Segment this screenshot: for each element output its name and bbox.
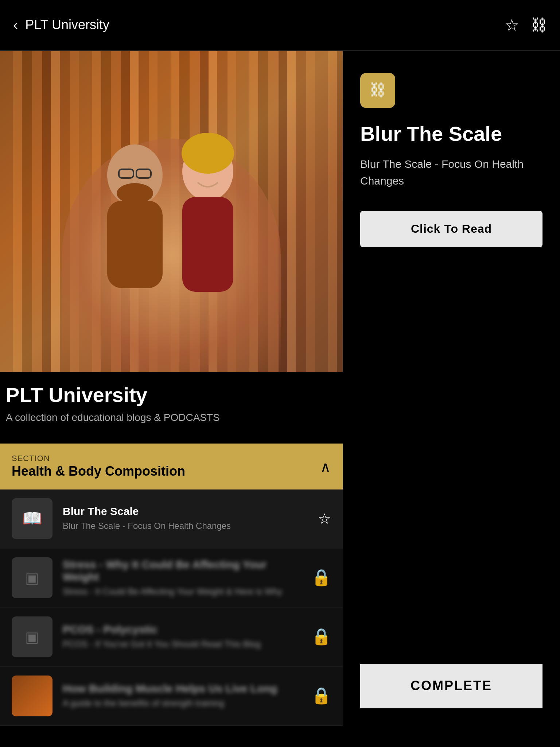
svg-point-7	[182, 133, 234, 174]
lesson-desc: Stress - It Could Be Affecting Your Weig…	[63, 585, 304, 598]
lesson-info: Stress - Why It Could Be Affecting Your …	[63, 558, 304, 598]
course-subtitle: A collection of educational blogs & PODC…	[6, 411, 337, 423]
book-icon: 📖	[22, 509, 42, 528]
back-button[interactable]: ‹	[13, 17, 18, 34]
course-title: PLT University	[6, 384, 337, 407]
link-icon: ⛓	[370, 81, 386, 100]
lesson-action[interactable]: ☆	[318, 510, 331, 527]
lesson-desc: Blur The Scale - Focus On Health Changes	[63, 520, 311, 533]
content-description: Blur The Scale - Focus On Health Changes	[360, 156, 542, 189]
lesson-thumbnail: 📖	[12, 498, 52, 539]
lesson-action: 🔒	[311, 686, 331, 705]
content-icon-box: ⛓	[360, 73, 395, 108]
video-icon: ▣	[25, 628, 39, 646]
header: ‹ PLT University ☆ ⛓	[0, 0, 560, 51]
complete-button[interactable]: COMPLETE	[360, 664, 542, 708]
content-title: Blur The Scale	[360, 123, 542, 146]
lesson-title: Blur The Scale	[63, 505, 311, 517]
main-content: PLT University A collection of education…	[0, 51, 560, 726]
lesson-info: How Building Muscle Helps Us Live Long A…	[63, 682, 304, 710]
lesson-title: PCOS - Polycystic	[63, 623, 304, 635]
lock-icon: 🔒	[311, 686, 331, 705]
lesson-thumbnail: ▣	[12, 616, 52, 657]
svg-rect-1	[107, 201, 163, 288]
lesson-thumbnail: ▣	[12, 557, 52, 598]
lesson-title: How Building Muscle Helps Us Live Long	[63, 682, 304, 694]
click-to-read-button[interactable]: Click To Read	[360, 211, 542, 247]
section-label: Section	[12, 454, 185, 462]
lesson-item: ▣ Stress - Why It Could Be Affecting You…	[0, 549, 343, 608]
lesson-info: PCOS - Polycystic PCOS - If You've Got I…	[63, 623, 304, 651]
header-right: ☆ ⛓	[505, 16, 547, 35]
lock-icon: 🔒	[311, 627, 331, 646]
lesson-info: Blur The Scale Blur The Scale - Focus On…	[63, 505, 311, 533]
section-header[interactable]: Section Health & Body Composition ∧	[0, 444, 343, 489]
chevron-up-icon[interactable]: ∧	[320, 458, 331, 475]
lesson-action: 🔒	[311, 627, 331, 646]
lesson-action: 🔒	[311, 568, 331, 587]
lesson-desc: PCOS - If You've Got It You Should Read …	[63, 638, 304, 651]
course-info: PLT University A collection of education…	[0, 372, 343, 429]
share-icon[interactable]: ⛓	[531, 16, 547, 35]
lesson-item[interactable]: 📖 Blur The Scale Blur The Scale - Focus …	[0, 489, 343, 549]
star-icon[interactable]: ☆	[318, 511, 331, 527]
lesson-thumbnail	[12, 676, 52, 716]
lesson-desc: A guide to the benefits of strength trai…	[63, 697, 304, 710]
right-column: ⛓ Blur The Scale Blur The Scale - Focus …	[343, 51, 560, 726]
left-column: PLT University A collection of education…	[0, 51, 343, 726]
video-icon: ▣	[25, 569, 39, 587]
svg-point-4	[117, 183, 153, 204]
hero-image	[0, 51, 343, 372]
section-header-text: Section Health & Body Composition	[12, 454, 185, 479]
header-title: PLT University	[25, 18, 109, 33]
lesson-item: How Building Muscle Helps Us Live Long A…	[0, 667, 343, 726]
header-left: ‹ PLT University	[13, 17, 109, 34]
svg-rect-6	[182, 197, 233, 292]
section-title: Health & Body Composition	[12, 464, 185, 479]
lesson-title: Stress - Why It Could Be Affecting Your …	[63, 558, 304, 582]
lock-icon: 🔒	[311, 568, 331, 587]
lesson-item: ▣ PCOS - Polycystic PCOS - If You've Got…	[0, 608, 343, 667]
bookmark-icon[interactable]: ☆	[505, 16, 519, 35]
